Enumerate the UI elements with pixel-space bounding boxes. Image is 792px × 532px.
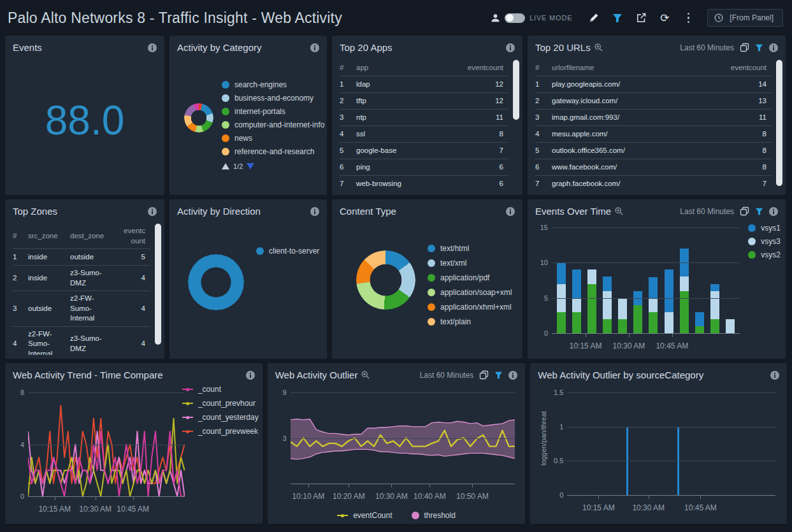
column-header-n[interactable]: # <box>535 63 552 73</box>
from-panel-button[interactable]: [From Panel] <box>707 9 783 27</box>
column-header-dest_zone[interactable]: dest_zone <box>70 231 120 241</box>
zoom-in-icon[interactable] <box>361 371 370 379</box>
column-header-eventcount[interactable]: eventcount <box>721 63 772 73</box>
column-header-eventcount[interactable]: eventcount <box>120 226 150 246</box>
info-icon[interactable] <box>506 43 515 52</box>
column-header-src_zone[interactable]: src_zone <box>28 231 70 241</box>
legend-item[interactable]: application/soap+xml <box>428 288 512 297</box>
filter-icon[interactable] <box>494 371 503 379</box>
pager-down-icon[interactable] <box>247 163 254 169</box>
stacked-bar[interactable] <box>587 227 596 333</box>
stacked-bar[interactable] <box>695 227 704 333</box>
legend-item[interactable]: computer-and-internet-info <box>222 120 324 129</box>
zoom-in-icon[interactable] <box>615 207 623 215</box>
stacked-bar[interactable] <box>726 227 735 333</box>
user-icon[interactable] <box>491 13 500 23</box>
filter-icon[interactable] <box>755 44 763 52</box>
legend-item[interactable]: text/html <box>428 244 512 253</box>
info-icon[interactable] <box>769 207 778 216</box>
column-header-app[interactable]: app <box>356 63 460 73</box>
share-icon[interactable] <box>634 11 648 25</box>
table-row[interactable]: 4ssl8 <box>340 126 508 143</box>
legend-item[interactable]: threshold <box>412 511 456 520</box>
scrollbar-thumb[interactable] <box>155 224 161 345</box>
scrollbar-thumb[interactable] <box>513 60 519 120</box>
stacked-bar[interactable] <box>603 227 612 333</box>
timerange-label[interactable]: Last 60 Minutes <box>420 371 474 380</box>
legend-item[interactable]: internet-portals <box>222 107 324 116</box>
column-header-eventcount[interactable]: eventcount <box>460 63 508 73</box>
stacked-bar[interactable] <box>618 227 627 333</box>
column-header-urlorfilename[interactable]: urlorfilename <box>552 63 721 73</box>
table-row[interactable]: 2insidez3-Sumo-DMZ4 <box>13 266 150 291</box>
scrollbar-thumb[interactable] <box>776 60 782 186</box>
info-icon[interactable] <box>769 43 778 52</box>
more-menu-icon[interactable] <box>681 11 695 25</box>
info-icon[interactable] <box>310 207 319 216</box>
table-row[interactable]: 1play.googleapis.com/14 <box>535 76 772 93</box>
legend-item[interactable]: application/xhml+xml <box>428 303 512 312</box>
live-mode-toggle[interactable] <box>505 13 525 23</box>
table-row[interactable]: 3outsidez2-FW-Sumo-Internal4 <box>13 291 150 327</box>
legend-item[interactable]: _count_prevweek <box>182 427 259 436</box>
table-row[interactable]: 1insideoutside5 <box>13 249 150 266</box>
table-row[interactable]: 7web-browsing6 <box>340 176 508 191</box>
legend-item[interactable]: vsys1 <box>748 224 781 233</box>
column-header-n[interactable]: # <box>13 231 28 241</box>
copy-panel-icon[interactable] <box>740 43 749 52</box>
legend-item[interactable]: _count_yesterday <box>182 413 259 422</box>
legend-item[interactable]: vsys3 <box>748 237 781 246</box>
legend-item[interactable]: news <box>222 134 324 143</box>
legend-item[interactable]: eventCount <box>337 511 392 520</box>
legend-item[interactable]: vsys2 <box>748 250 781 259</box>
stacked-bar[interactable] <box>680 227 689 333</box>
copy-panel-icon[interactable] <box>740 206 749 216</box>
stacked-bar[interactable] <box>557 227 566 333</box>
category-donut-chart[interactable] <box>184 103 213 133</box>
info-icon[interactable] <box>310 43 319 52</box>
info-icon[interactable] <box>148 207 157 216</box>
legend-item[interactable]: _count_prevhour <box>182 399 259 408</box>
table-row[interactable]: 7graph.facebook.com/7 <box>535 176 772 191</box>
stacked-bar[interactable] <box>649 227 658 333</box>
column-header-n[interactable]: # <box>340 63 356 73</box>
legend-item[interactable]: reference-and-research <box>222 147 324 156</box>
zoom-in-icon[interactable] <box>594 43 603 52</box>
legend-item[interactable]: business-and-economy <box>222 94 324 103</box>
info-icon[interactable] <box>506 207 515 216</box>
table-row[interactable]: 2gateway.icloud.com/13 <box>535 93 772 110</box>
copy-panel-icon[interactable] <box>479 370 489 380</box>
table-row[interactable]: 6www.facebook.com/8 <box>535 159 772 176</box>
stacked-bar[interactable] <box>665 227 673 333</box>
legend-item[interactable]: text/xml <box>428 259 512 268</box>
table-row[interactable]: 3imap.gmail.com:993/11 <box>535 110 772 126</box>
content-type-donut-chart[interactable] <box>356 250 415 310</box>
table-row[interactable]: 4z2-FW-Sumo-Internalz3-Sumo-DMZ4 <box>13 327 150 355</box>
legend-item[interactable]: text/plain <box>428 317 512 326</box>
table-row[interactable]: 2tftp12 <box>340 93 508 110</box>
table-row[interactable]: 6ping6 <box>340 159 508 176</box>
info-icon[interactable] <box>148 43 157 52</box>
legend-item[interactable]: _count <box>182 385 259 394</box>
info-icon[interactable] <box>508 371 517 380</box>
table-row[interactable]: 3ntp11 <box>340 110 508 126</box>
timerange-label[interactable]: Last 60 Minutes <box>680 207 734 216</box>
refresh-icon[interactable]: ⟳ <box>658 11 672 25</box>
table-row[interactable]: 5outlook.office365.com/8 <box>535 143 772 159</box>
timerange-label[interactable]: Last 60 Minutes <box>680 43 734 52</box>
table-row[interactable]: 4mesu.apple.com/8 <box>535 126 772 143</box>
table-row[interactable]: 1ldap12 <box>340 76 508 93</box>
stacked-bar[interactable] <box>572 227 581 333</box>
legend-item[interactable]: search-engines <box>222 80 324 89</box>
pager-up-icon[interactable] <box>222 163 229 169</box>
legend-item[interactable]: client-to-server <box>256 247 319 255</box>
info-icon[interactable] <box>246 371 255 380</box>
legend-item[interactable]: application/pdf <box>428 273 512 282</box>
table-row[interactable]: 5google-base7 <box>340 143 508 159</box>
filter-icon[interactable] <box>755 208 763 215</box>
edit-icon[interactable] <box>587 11 601 25</box>
stacked-bar[interactable] <box>710 227 719 333</box>
filter-icon[interactable] <box>610 11 624 25</box>
direction-donut-chart[interactable] <box>188 254 244 310</box>
stacked-bar[interactable] <box>633 227 642 333</box>
